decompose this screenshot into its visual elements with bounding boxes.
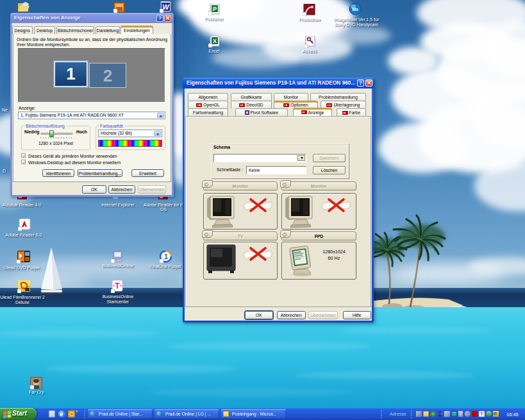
svg-text:1: 1 [164,253,168,260]
svg-text:Mx: Mx [352,7,358,12]
svg-text:T: T [115,281,120,290]
svg-text:P: P [213,6,217,12]
svg-text:X: X [213,38,217,44]
